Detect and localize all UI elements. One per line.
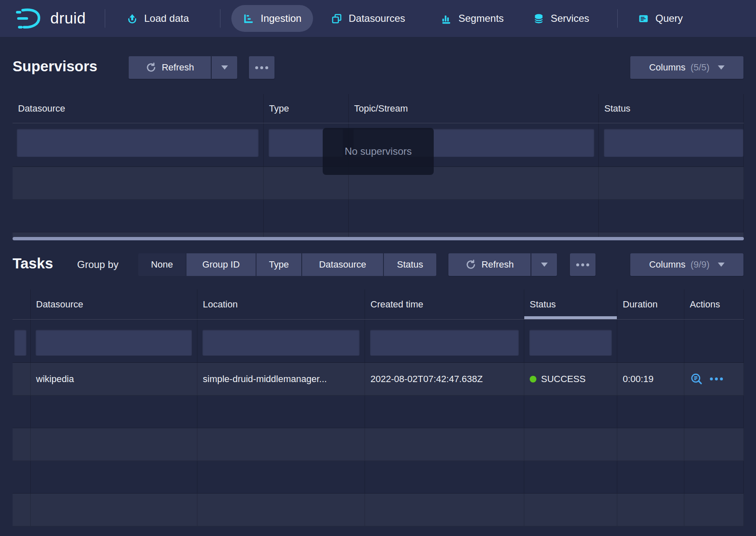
- tasks-table: Datasource Location Created time Status …: [13, 289, 744, 526]
- row-more-button[interactable]: [710, 377, 723, 380]
- nav-separator: [220, 9, 220, 28]
- column-header-created-time[interactable]: Created time: [365, 289, 524, 319]
- task-location: simple-druid-middlemanager...: [197, 363, 365, 395]
- refresh-button[interactable]: Refresh: [448, 253, 531, 276]
- column-header-expander: [13, 289, 31, 319]
- refresh-button[interactable]: Refresh: [129, 56, 211, 79]
- filter-input-datasource[interactable]: [17, 129, 259, 157]
- group-by-option-none[interactable]: None: [138, 253, 186, 276]
- group-by-button-group: None Group ID Type Datasource Status: [138, 253, 436, 276]
- refresh-label: Refresh: [162, 62, 194, 73]
- tasks-columns-button[interactable]: Columns (9/9): [630, 253, 743, 276]
- table-row: [13, 428, 744, 461]
- task-duration: 0:00:19: [617, 363, 684, 395]
- search-detail-icon: [690, 372, 703, 385]
- columns-count: (5/5): [691, 62, 709, 73]
- chevron-down-icon: [221, 65, 228, 70]
- table-row: [13, 200, 744, 232]
- columns-label: Columns: [649, 62, 686, 73]
- nav-item-label: Query: [655, 13, 683, 24]
- ingestion-icon: [243, 13, 254, 24]
- filter-input-status[interactable]: [604, 129, 743, 157]
- task-datasource: wikipedia: [31, 363, 197, 395]
- nav-separator: [105, 9, 105, 28]
- table-row: [13, 494, 744, 526]
- refresh-interval-button[interactable]: [531, 253, 557, 276]
- column-header-location[interactable]: Location: [197, 289, 365, 319]
- tasks-more-button[interactable]: [570, 253, 595, 276]
- refresh-interval-button[interactable]: [212, 56, 237, 79]
- filter-input-location[interactable]: [202, 330, 360, 356]
- supervisors-table: Datasource Type Topic/Stream Status No s…: [13, 94, 744, 237]
- group-by-label: Group by: [77, 259, 119, 271]
- chevron-down-icon: [541, 263, 548, 267]
- nav-item-label: Services: [551, 13, 589, 24]
- segments-icon: [441, 13, 452, 24]
- sort-indicator: [524, 316, 617, 319]
- filter-input-created-time[interactable]: [370, 330, 519, 356]
- filter-input-expander[interactable]: [14, 330, 26, 356]
- query-icon: [638, 13, 649, 24]
- nav-item-label: Load data: [144, 13, 189, 24]
- task-row-wikipedia[interactable]: wikipedia simple-druid-middlemanager... …: [13, 363, 744, 395]
- column-header-topic-stream[interactable]: Topic/Stream: [349, 94, 599, 123]
- column-header-status[interactable]: Status: [524, 289, 617, 319]
- column-header-datasource[interactable]: Datasource: [31, 289, 197, 319]
- no-supervisors-message: No supervisors: [323, 128, 434, 175]
- group-by-option-type[interactable]: Type: [256, 253, 301, 276]
- column-header-type[interactable]: Type: [264, 94, 349, 123]
- services-icon: [533, 13, 544, 24]
- nav-item-segments[interactable]: Segments: [441, 0, 504, 37]
- supervisors-refresh-split: Refresh: [129, 56, 237, 79]
- status-badge: SUCCESS: [541, 374, 585, 385]
- refresh-icon: [145, 62, 157, 73]
- more-icon: [576, 263, 589, 266]
- table-row: [13, 395, 744, 428]
- druid-console: druid Load data Ingestion: [0, 0, 756, 536]
- druid-logo-icon: [16, 8, 44, 29]
- table-row: [13, 461, 744, 494]
- table-row: [13, 232, 744, 237]
- nav-item-label: Ingestion: [261, 13, 301, 24]
- success-dot-icon: [530, 376, 536, 382]
- nav-item-ingestion[interactable]: Ingestion: [231, 5, 313, 32]
- filter-input-status[interactable]: [529, 330, 612, 356]
- nav-item-label: Segments: [458, 13, 504, 24]
- task-actions: [684, 363, 744, 395]
- upload-icon: [127, 13, 138, 24]
- nav-item-load-data[interactable]: Load data: [127, 0, 189, 37]
- nav-item-services[interactable]: Services: [533, 0, 589, 37]
- navbar: druid Load data Ingestion: [0, 0, 756, 37]
- datasources-icon: [331, 13, 342, 24]
- supervisors-more-button[interactable]: [249, 56, 274, 79]
- nav-separator: [617, 9, 618, 28]
- nav-item-label: Datasources: [349, 13, 405, 24]
- column-header-datasource[interactable]: Datasource: [13, 94, 264, 123]
- supervisors-columns-button[interactable]: Columns (5/5): [630, 56, 743, 79]
- group-by-option-group-id[interactable]: Group ID: [186, 253, 256, 276]
- inspect-task-button[interactable]: [690, 372, 703, 385]
- group-by-option-datasource[interactable]: Datasource: [302, 253, 383, 276]
- page-title-tasks: Tasks: [13, 255, 53, 272]
- brand-text: druid: [50, 10, 86, 27]
- filter-input-datasource[interactable]: [36, 330, 192, 356]
- group-by-option-status[interactable]: Status: [384, 253, 436, 276]
- columns-count: (9/9): [691, 259, 709, 270]
- tasks-refresh-split: Refresh: [448, 253, 557, 276]
- column-header-actions[interactable]: Actions: [684, 289, 744, 319]
- column-header-status[interactable]: Status: [599, 94, 744, 123]
- horizontal-scrollbar[interactable]: [13, 237, 744, 240]
- columns-label: Columns: [649, 259, 686, 270]
- refresh-label: Refresh: [482, 259, 514, 270]
- task-status: SUCCESS: [524, 363, 617, 395]
- nav-item-datasources[interactable]: Datasources: [331, 0, 405, 37]
- column-header-duration[interactable]: Duration: [617, 289, 684, 319]
- nav-item-query[interactable]: Query: [638, 0, 683, 37]
- chevron-down-icon: [718, 65, 725, 70]
- more-icon: [710, 377, 723, 380]
- chevron-down-icon: [718, 263, 725, 267]
- page-title-supervisors: Supervisors: [13, 58, 97, 75]
- refresh-icon: [465, 259, 476, 271]
- more-icon: [255, 66, 268, 69]
- brand[interactable]: druid: [16, 0, 86, 37]
